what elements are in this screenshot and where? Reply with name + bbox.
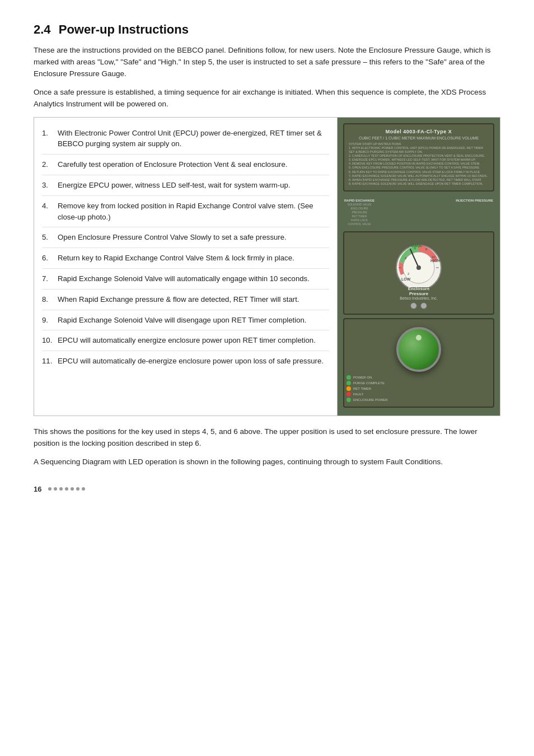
footer-dot: [82, 487, 85, 491]
footer-dot: [65, 487, 68, 491]
step-item: 8.When Rapid Exchange pressure & flow ar…: [42, 290, 329, 310]
step-number: 11.: [42, 356, 58, 367]
svg-text:10: 10: [432, 255, 435, 259]
outro-paragraph-2: A Sequencing Diagram with LED operation …: [34, 456, 500, 468]
panel-subtitle: CUBIC FEET / 1 CUBIC METER MAXIMUM ENCLO…: [349, 136, 489, 140]
gauge-label: EnclosurePressure: [408, 286, 430, 296]
led-dot: [346, 381, 351, 385]
step-text: Rapid Exchange Solenoid Valve will autom…: [58, 273, 329, 284]
step-number: 5.: [42, 232, 58, 243]
footer-dots: [48, 487, 85, 491]
gauge-svg: LOW SAFE HIGH 2 4 6 8 10: [388, 237, 449, 287]
step-text: Open Enclosure Pressure Control Valve Sl…: [58, 232, 329, 243]
footer-dot: [54, 487, 57, 491]
footer-dot: [76, 487, 79, 491]
led-row: POWER ON: [346, 375, 491, 380]
gauge-buttons: [410, 302, 427, 309]
gauge-container: LOW SAFE HIGH 2 4 6 8 10 EnclosurePressu…: [388, 237, 449, 309]
small-knob-left: [410, 302, 417, 309]
step-item: 3.Energize EPCU power, witness LED self-…: [42, 175, 329, 196]
rapid-exchange-label: RAPID EXCHANGE SOLENOID VALVE ENCLOSUREP…: [343, 196, 376, 228]
step-text: EPCU will automatically de-energize encl…: [58, 356, 329, 367]
step-item: 1.With Electronic Power Control Unit (EP…: [42, 123, 329, 155]
panel-top: Model 4003-FA-Cl-Type X CUBIC FEET / 1 C…: [343, 123, 494, 192]
step-text: When Rapid Exchange pressure & flow are …: [58, 294, 329, 305]
step-item: 4.Remove key from locked position in Rap…: [42, 196, 329, 228]
step-item: 11.EPCU will automatically de-energize e…: [42, 351, 329, 371]
led-label: RET TIMER: [353, 387, 371, 390]
svg-text:HIGH: HIGH: [430, 259, 441, 263]
led-dot: [346, 398, 351, 402]
step-item: 9.Rapid Exchange Solenoid Valve will dis…: [42, 310, 329, 331]
step-text: Return key to Rapid Exchange Control Val…: [58, 253, 329, 264]
section-number: 2.4: [34, 22, 51, 36]
led-row: PURGE COMPLETE: [346, 381, 491, 385]
intro-paragraph-1: These are the instructions provided on t…: [34, 45, 500, 80]
knob-indicator-dot: [416, 335, 421, 340]
svg-text:LOW: LOW: [401, 277, 411, 281]
step-number: 8.: [42, 294, 58, 305]
step-number: 3.: [42, 180, 58, 191]
footer-dot: [59, 487, 63, 491]
outro-area: This shows the positions for the key use…: [34, 426, 500, 468]
led-label: PURGE COMPLETE: [353, 381, 385, 385]
steps-column: 1.With Electronic Power Control Unit (EP…: [34, 118, 338, 416]
led-row: FAULT: [346, 392, 491, 396]
big-green-knob: [396, 327, 441, 372]
led-label: ENCLOSURE POWER: [353, 398, 388, 402]
svg-text:SAFE: SAFE: [411, 244, 422, 248]
led-row: ENCLOSURE POWER: [346, 398, 491, 402]
panel-middle-labels: RAPID EXCHANGE SOLENOID VALVE ENCLOSUREP…: [343, 196, 494, 228]
panel-title: Model 4003-FA-Cl-Type X: [349, 129, 489, 134]
step-number: 2.: [42, 159, 58, 170]
gauge-area: LOW SAFE HIGH 2 4 6 8 10 EnclosurePressu…: [343, 231, 494, 315]
step-text: With Electronic Power Control Unit (EPCU…: [58, 128, 329, 150]
instructions-box: 1.With Electronic Power Control Unit (EP…: [34, 117, 500, 417]
step-text: Rapid Exchange Solenoid Valve will disen…: [58, 315, 329, 326]
steps-list: 1.With Electronic Power Control Unit (EP…: [42, 123, 329, 371]
panel-image-column: Model 4003-FA-Cl-Type X CUBIC FEET / 1 C…: [338, 118, 500, 416]
step-number: 1.: [42, 128, 58, 139]
svg-point-3: [416, 265, 421, 270]
step-text: EPCU will automatically energize enclosu…: [58, 335, 329, 346]
step-number: 9.: [42, 315, 58, 326]
footer-dot: [48, 487, 51, 491]
step-text: Remove key from locked position in Rapid…: [58, 200, 329, 223]
section-heading: 2.4 Power-up Instructions: [34, 22, 500, 37]
step-text: Energize EPCU power, witness LED self-te…: [58, 180, 329, 191]
step-item: 6.Return key to Rapid Exchange Control V…: [42, 248, 329, 269]
led-panel: POWER ONPURGE COMPLETERET TIMERFAULTENCL…: [346, 375, 491, 402]
step-item: 2.Carefully test operation of Enclosure …: [42, 155, 329, 175]
outro-paragraph-1: This shows the positions for the key use…: [34, 426, 500, 450]
step-item: 10.EPCU will automatically energize encl…: [42, 330, 329, 351]
footer-dot: [71, 487, 74, 491]
led-row: RET TIMER: [346, 386, 491, 391]
step-text: Carefully test operation of Enclosure Pr…: [58, 159, 329, 170]
step-number: 6.: [42, 253, 58, 264]
intro-paragraph-2: Once a safe pressure is established, a t…: [34, 87, 500, 110]
led-dot: [346, 392, 351, 396]
section-title: Power-up Instructions: [59, 22, 189, 36]
led-dot: [346, 375, 351, 380]
page-number: 16: [34, 485, 41, 493]
step-number: 7.: [42, 273, 58, 284]
small-knob-right: [420, 302, 427, 309]
step-number: 10.: [42, 335, 58, 346]
step-item: 5.Open Enclosure Pressure Control Valve …: [42, 227, 329, 248]
gauge-sub-label: Bebco Industries, Inc.: [400, 296, 437, 300]
step-item: 7.Rapid Exchange Solenoid Valve will aut…: [42, 269, 329, 290]
step-number: 4.: [42, 200, 58, 212]
led-label: POWER ON: [353, 376, 372, 379]
panel-knob-area: POWER ONPURGE COMPLETERET TIMERFAULTENCL…: [343, 318, 494, 408]
injection-pressure-label: INJECTION PRESSURE: [455, 196, 494, 228]
panel-instructions: SYSTEM START-UP INSTRUCTIONS 1. WITH ELE…: [349, 142, 489, 186]
page-footer: 16: [34, 485, 500, 493]
led-label: FAULT: [353, 393, 363, 396]
led-dot: [346, 386, 351, 391]
